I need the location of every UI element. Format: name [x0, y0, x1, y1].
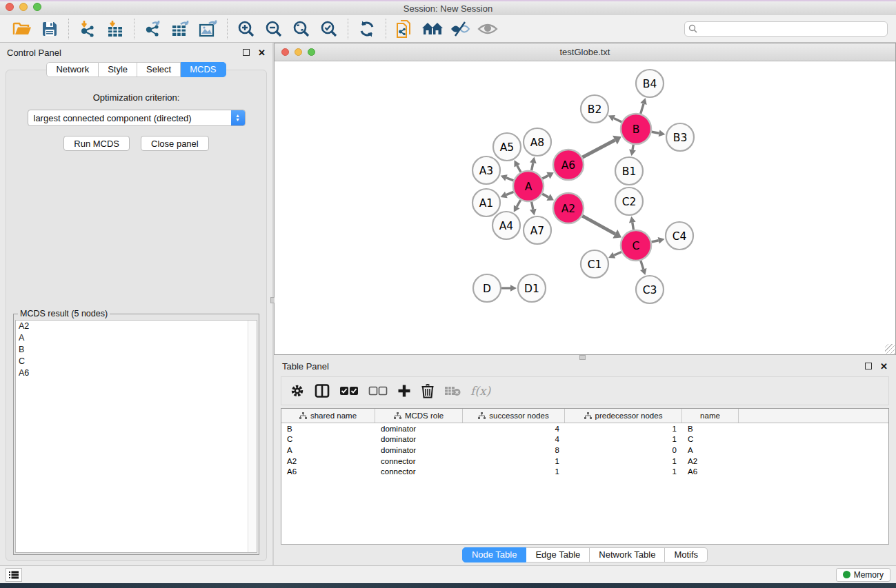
result-list-item[interactable]: B — [16, 344, 257, 356]
refresh-button[interactable] — [353, 17, 381, 41]
close-panel-icon[interactable]: ✕ — [258, 48, 266, 58]
edge-B-B4[interactable] — [641, 104, 644, 114]
table-row[interactable]: Adominator80A — [281, 445, 888, 456]
tab-node-table[interactable]: Node Table — [462, 547, 527, 562]
cell-predecessor-nodes[interactable]: 1 — [565, 423, 682, 434]
run-mcds-button[interactable]: Run MCDS — [63, 136, 130, 151]
delete-columns-button[interactable] — [421, 381, 435, 401]
float-table-panel-icon[interactable] — [865, 363, 872, 369]
search-input[interactable] — [700, 24, 884, 34]
edge-B-B1[interactable] — [633, 145, 633, 150]
result-list-item[interactable]: A — [16, 332, 257, 344]
open-session-button[interactable] — [8, 17, 36, 41]
network-close-button[interactable] — [281, 48, 289, 56]
cell-successor-nodes[interactable]: 8 — [463, 445, 565, 456]
cell-predecessor-nodes[interactable]: 0 — [565, 445, 682, 456]
import-network-button[interactable] — [74, 17, 101, 41]
zoom-out-button[interactable] — [260, 17, 288, 41]
table-row[interactable]: A2connector11A2 — [281, 456, 888, 467]
zoom-window-button[interactable] — [33, 3, 41, 11]
node-table[interactable]: shared nameMCDS rolesuccessor nodesprede… — [281, 408, 889, 545]
close-window-button[interactable] — [6, 3, 14, 11]
show-column-panel-button[interactable] — [315, 381, 330, 401]
column-header-name[interactable]: name — [682, 409, 739, 423]
cell-predecessor-nodes[interactable]: 1 — [565, 456, 682, 467]
column-header-successor-nodes[interactable]: successor nodes — [463, 409, 565, 423]
edge-B-B2[interactable] — [614, 118, 621, 122]
select-all-columns-button[interactable] — [339, 381, 359, 401]
edge-C-C2[interactable] — [633, 223, 634, 230]
zoom-in-button[interactable] — [232, 17, 260, 41]
optimization-criterion-select[interactable]: largest connected component (directed) ▲… — [28, 110, 246, 126]
export-table-button[interactable] — [167, 17, 195, 41]
zoom-fit-button[interactable] — [288, 17, 315, 41]
cell-name[interactable]: A — [682, 445, 739, 456]
cell-MCDS-role[interactable]: dominator — [375, 423, 463, 434]
edge-A2-C[interactable] — [582, 216, 615, 234]
cell-MCDS-role[interactable]: dominator — [375, 434, 463, 445]
edge-A-A3[interactable] — [506, 178, 513, 181]
network-zoom-button[interactable] — [308, 48, 315, 56]
edge-A-A7[interactable] — [532, 202, 533, 210]
houses-button[interactable] — [419, 17, 446, 41]
result-list-item[interactable]: C — [16, 356, 257, 367]
memory-button[interactable]: Memory — [836, 568, 890, 582]
zoom-selected-button[interactable] — [315, 17, 343, 41]
table-row[interactable]: A6connector11A6 — [281, 466, 888, 477]
cell-shared-name[interactable]: A — [281, 445, 375, 456]
cell-shared-name[interactable]: A6 — [281, 466, 375, 477]
edge-C-C3[interactable] — [641, 261, 644, 269]
cell-name[interactable]: A6 — [682, 466, 739, 477]
tab-motifs[interactable]: Motifs — [665, 547, 708, 562]
cell-successor-nodes[interactable]: 1 — [463, 466, 565, 477]
export-network-button[interactable] — [139, 17, 167, 41]
close-table-panel-icon[interactable]: ✕ — [880, 361, 888, 372]
search-field[interactable] — [684, 21, 888, 37]
float-panel-icon[interactable] — [243, 49, 250, 56]
cell-MCDS-role[interactable]: connector — [375, 456, 463, 467]
edge-A-A5[interactable] — [517, 165, 521, 172]
tab-network[interactable]: Network — [46, 62, 99, 77]
cell-name[interactable]: C — [682, 434, 739, 445]
cell-shared-name[interactable]: A2 — [281, 456, 375, 467]
import-table-button[interactable] — [101, 17, 129, 41]
cell-predecessor-nodes[interactable]: 1 — [565, 434, 682, 445]
edge-C-C4[interactable] — [651, 241, 658, 242]
resize-grip-icon[interactable] — [885, 344, 895, 354]
edge-C-C1[interactable] — [614, 252, 621, 255]
create-new-column-button[interactable] — [397, 381, 411, 401]
table-row[interactable]: Cdominator41C — [281, 434, 888, 445]
close-panel-button[interactable]: Close panel — [141, 136, 209, 151]
result-list-item[interactable]: A2 — [16, 321, 257, 332]
table-settings-button[interactable] — [290, 381, 305, 401]
edge-A-A6[interactable] — [542, 176, 548, 179]
cell-successor-nodes[interactable]: 1 — [463, 456, 565, 467]
tab-select[interactable]: Select — [137, 62, 181, 77]
new-network-from-selection-button[interactable] — [391, 17, 419, 41]
edge-A-A1[interactable] — [506, 192, 514, 194]
edge-A-A2[interactable] — [542, 194, 548, 197]
delete-table-button[interactable] — [444, 381, 461, 401]
edge-B-B3[interactable] — [652, 132, 659, 133]
column-header-MCDS-role[interactable]: MCDS role — [375, 409, 463, 423]
cell-name[interactable]: A2 — [682, 456, 739, 467]
edge-A6-B[interactable] — [582, 140, 615, 157]
cell-MCDS-role[interactable]: connector — [375, 466, 463, 477]
function-builder-button[interactable]: f(x) — [470, 381, 490, 401]
cell-name[interactable]: B — [682, 423, 739, 434]
cell-successor-nodes[interactable]: 4 — [463, 423, 565, 434]
cell-shared-name[interactable]: B — [281, 423, 375, 434]
column-header-shared-name[interactable]: shared name — [281, 409, 375, 423]
tab-edge-table[interactable]: Edge Table — [526, 547, 590, 562]
export-image-button[interactable] — [195, 17, 222, 41]
mcds-result-list[interactable]: A2ABCA6 — [15, 320, 257, 553]
tab-style[interactable]: Style — [99, 62, 137, 77]
network-minimize-button[interactable] — [295, 48, 302, 56]
edge-A-A8[interactable] — [532, 163, 533, 170]
table-row[interactable]: Bdominator41B — [281, 423, 888, 434]
tab-mcds[interactable]: MCDS — [181, 62, 226, 77]
cell-shared-name[interactable]: C — [281, 434, 375, 445]
split-divider-grip[interactable] — [579, 355, 586, 360]
result-scrollbar[interactable] — [248, 321, 257, 552]
edge-A-A4[interactable] — [517, 200, 521, 207]
